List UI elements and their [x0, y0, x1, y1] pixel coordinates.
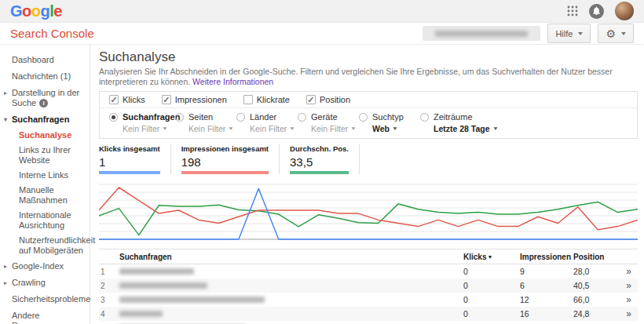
- sidebar-item-darstellung-in-der-suche[interactable]: ▸Darstellung in der Suchei: [0, 85, 90, 111]
- sidebar-item-google-index[interactable]: ▸Google-Index: [0, 258, 90, 275]
- sidebar-item-suchanfragen[interactable]: ▾Suchanfragen: [0, 111, 90, 128]
- filter-dropdown-zeitr-ume[interactable]: Letzte 28 Tage: [434, 124, 628, 133]
- dimension-radio-l-nder[interactable]: Länder: [236, 112, 298, 122]
- radio-icon: [175, 113, 184, 122]
- klicks-cell: 0: [463, 267, 520, 276]
- dimension-l-nder: LänderKein Filter: [236, 112, 298, 133]
- sidebar-item-label: Internationale Ausrichtung: [19, 210, 71, 230]
- metric-card-value: 33,5: [290, 155, 349, 169]
- help-button[interactable]: Hilfe: [547, 24, 591, 43]
- topbar: Google: [0, 0, 644, 23]
- redacted-query-text: [119, 268, 194, 275]
- caret-down-icon: [621, 32, 626, 35]
- sidebar-item-label: Links zu Ihrer Website: [19, 145, 71, 165]
- row-number: 2: [99, 282, 112, 290]
- filter-dropdown-ger-te[interactable]: Kein Filter: [311, 124, 359, 133]
- queries-table: Suchanfragen Klicks▼ Impressionen Positi…: [99, 249, 638, 324]
- sidebar-item-label: Nutzerfreundlichkeit auf Mobilgeräten: [19, 235, 95, 255]
- position-column-header[interactable]: Position: [573, 253, 614, 261]
- logo-letter: o: [22, 2, 31, 20]
- dimension-radio-suchanfragen[interactable]: Suchanfragen: [109, 112, 175, 122]
- dimension-label: Länder: [250, 112, 276, 122]
- dimension-zeitr-ume: ZeiträumeLetzte 28 Tage: [420, 112, 628, 133]
- help-button-label: Hilfe: [555, 29, 573, 38]
- metric-card-impressionen-insgesamt: Impressionen insgesamt198: [181, 144, 280, 174]
- metric-toggle-klicks[interactable]: ✓Klicks: [109, 95, 145, 104]
- sidebar-item-nutzerfreundlichkeit-auf-mobilger-ten[interactable]: Nutzerfreundlichkeit auf Mobilgeräten: [0, 233, 90, 258]
- expand-row-button[interactable]: »: [614, 295, 638, 304]
- dimension-suchtyp: SuchtypWeb: [359, 112, 420, 133]
- dimension-suchanfragen: SuchanfragenKein Filter: [109, 112, 175, 133]
- checkbox-unchecked-icon: [243, 95, 253, 104]
- sidebar-item-label: Andere Ressourcen: [12, 311, 58, 324]
- metric-card-klicks-insgesamt: Klicks insgesamt1: [99, 144, 171, 174]
- sidebar-navigation: DashboardNachrichten (1)▸Darstellung in …: [0, 45, 90, 324]
- table-header-row: Suchanfragen Klicks▼ Impressionen Positi…: [99, 249, 638, 264]
- sidebar-item-interne-links[interactable]: Interne Links: [0, 168, 90, 183]
- redacted-query-text: [119, 297, 265, 303]
- property-name-redacted: [423, 26, 540, 41]
- radio-icon: [298, 113, 306, 122]
- chart-line-position: [99, 202, 638, 235]
- metric-toggle-label: Impressionen: [175, 95, 227, 104]
- sidebar-item-suchanalyse[interactable]: Suchanalyse: [0, 128, 90, 143]
- query-cell[interactable]: [112, 311, 463, 317]
- sidebar-item-internationale-ausrichtung[interactable]: Internationale Ausrichtung: [0, 208, 90, 233]
- sidebar-item-dashboard[interactable]: Dashboard: [0, 52, 90, 68]
- avatar[interactable]: [615, 2, 634, 20]
- metric-toggle-impressionen[interactable]: ✓Impressionen: [162, 95, 227, 104]
- expand-row-button[interactable]: »: [614, 281, 638, 290]
- dimension-radio-zeitr-ume[interactable]: Zeiträume: [420, 112, 628, 122]
- metric-card-color-bar: [99, 171, 160, 174]
- caret-down-icon: [291, 127, 295, 129]
- triangle-collapsed-icon: ▸: [4, 278, 7, 288]
- logo-letter: o: [31, 2, 41, 20]
- radio-icon: [359, 113, 368, 122]
- filter-dropdown-l-nder[interactable]: Kein Filter: [250, 124, 298, 133]
- query-cell[interactable]: [112, 282, 463, 289]
- apps-grid-icon[interactable]: [567, 5, 578, 16]
- filter-dropdown-seiten[interactable]: Kein Filter: [188, 124, 236, 133]
- metric-card-color-bar: [181, 171, 269, 174]
- metric-toggle-label: Position: [320, 95, 350, 104]
- position-cell: 66,0: [573, 295, 614, 304]
- dimension-radio-ger-te[interactable]: Geräte: [298, 112, 359, 122]
- metric-toggle-klickrate[interactable]: Klickrate: [243, 95, 290, 104]
- dimension-radio-seiten[interactable]: Seiten: [175, 112, 236, 122]
- sidebar-item-crawling[interactable]: ▸Crawling: [0, 275, 90, 291]
- checkbox-checked-icon: ✓: [306, 95, 316, 104]
- filter-dropdown-value: Kein Filter: [311, 124, 348, 133]
- sidebar-item-sicherheitsprobleme[interactable]: Sicherheitsprobleme: [0, 291, 90, 308]
- table-row: 301266,0»: [99, 293, 638, 307]
- metric-card-label: Impressionen insgesamt: [181, 144, 269, 153]
- sidebar-item-andere-ressourcen[interactable]: Andere Ressourcen: [0, 308, 90, 324]
- caret-down-icon: [393, 127, 397, 129]
- learn-more-link[interactable]: Weitere Informationen: [192, 77, 273, 86]
- info-icon[interactable]: i: [39, 99, 48, 107]
- expand-row-button[interactable]: »: [614, 309, 638, 319]
- metric-toggle-position[interactable]: ✓Position: [306, 95, 350, 104]
- settings-button[interactable]: ⚙: [598, 24, 634, 43]
- radio-selected-icon: [109, 113, 118, 122]
- checkbox-checked-icon: ✓: [162, 95, 171, 104]
- sidebar-item-links-zu-ihrer-website[interactable]: Links zu Ihrer Website: [0, 143, 90, 168]
- filter-dropdown-suchanfragen[interactable]: Kein Filter: [123, 124, 175, 133]
- metric-toggle-row: ✓Klicks✓ImpressionenKlickrate✓Position: [100, 92, 637, 108]
- notification-icon[interactable]: [589, 4, 604, 19]
- query-column-header[interactable]: Suchanfragen: [112, 253, 463, 261]
- sidebar-item-manuelle-ma-nahmen[interactable]: Manuelle Maßnahmen: [0, 183, 90, 208]
- caret-down-icon: [163, 127, 167, 129]
- impressionen-column-header[interactable]: Impressionen: [520, 253, 573, 261]
- dimension-label: Suchanfragen: [123, 112, 180, 122]
- query-cell[interactable]: [112, 297, 463, 303]
- filter-dropdown-value: Letzte 28 Tage: [434, 124, 490, 133]
- dimension-radio-suchtyp[interactable]: Suchtyp: [359, 112, 420, 122]
- product-name: Search Console: [10, 27, 94, 40]
- expand-row-button[interactable]: »: [614, 267, 638, 276]
- sidebar-item-nachrichten-1[interactable]: Nachrichten (1): [0, 68, 90, 85]
- query-cell[interactable]: [112, 268, 463, 275]
- impressionen-cell: 16: [520, 309, 573, 319]
- klicks-column-header[interactable]: Klicks▼: [463, 253, 520, 261]
- klicks-cell: 0: [463, 281, 520, 290]
- filter-dropdown-suchtyp[interactable]: Web: [372, 124, 420, 133]
